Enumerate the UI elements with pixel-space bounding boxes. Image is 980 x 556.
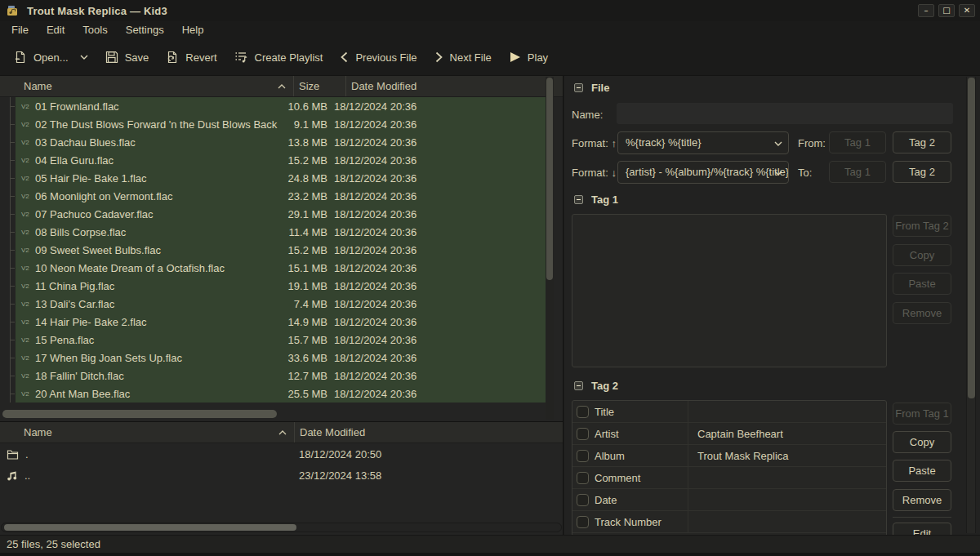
menu-item[interactable]: Help (173, 21, 213, 39)
directory-row-current[interactable]: . 18/12/2024 20:50 (0, 443, 563, 465)
field-value[interactable]: Captain Beefheart (688, 428, 886, 440)
field-checkbox[interactable] (577, 472, 589, 484)
open-dropdown-chevron-icon[interactable] (80, 55, 88, 60)
tag2-fields-table: Title Artist Captain Beefheart Albu (572, 400, 887, 535)
file-size: 9.1 MB (278, 118, 330, 131)
previous-file-button[interactable]: Previous File (340, 51, 416, 64)
open-button[interactable]: Open... (14, 51, 88, 64)
field-checkbox[interactable] (577, 516, 589, 528)
filename-from-tag2-button[interactable]: Tag 2 (893, 131, 951, 153)
file-row[interactable]: V2 05 Hair Pie- Bake 1.flac 24.8 MB 18/1… (0, 169, 554, 187)
format-to-value: {artist} - %{album}/%{track} %{title} (626, 166, 789, 178)
tag1-paste-button[interactable]: Paste (893, 273, 951, 295)
file-row[interactable]: V2 08 Bills Corpse.flac 11.4 MB 18/12/20… (0, 223, 554, 241)
file-row[interactable]: V2 11 China Pig.flac 19.1 MB 18/12/2024 … (0, 277, 554, 295)
tag2-field-row[interactable]: Track Number (572, 511, 886, 533)
tag1-section-header[interactable]: Tag 1 (574, 193, 618, 206)
file-row[interactable]: V2 18 Fallin' Ditch.flac 12.7 MB 18/12/2… (0, 367, 554, 385)
file-row[interactable]: V2 03 Dachau Blues.flac 13.8 MB 18/12/20… (0, 133, 554, 151)
scrollbar-thumb[interactable] (2, 410, 277, 418)
menu-item[interactable]: Settings (117, 21, 173, 39)
file-column-date[interactable]: Date Modified (345, 76, 563, 96)
tag2-field-row[interactable]: Album Trout Mask Replica (572, 445, 886, 467)
file-row[interactable]: V2 15 Pena.flac 15.7 MB 18/12/2024 20:36 (0, 331, 554, 349)
next-file-button[interactable]: Next File (434, 51, 492, 64)
tag1-fields-area[interactable] (572, 214, 887, 367)
file-date-modified: 18/12/2024 20:36 (330, 190, 554, 202)
file-row[interactable]: V2 13 Dali's Car.flac 7.4 MB 18/12/2024 … (0, 295, 554, 313)
tag2-section-header[interactable]: Tag 2 (574, 380, 618, 392)
tag2-from-tag1-button[interactable]: From Tag 1 (893, 403, 951, 425)
file-row[interactable]: V2 17 When Big Joan Sets Up.flac 33.6 MB… (0, 349, 554, 367)
field-checkbox[interactable] (577, 428, 589, 440)
tag2-field-row[interactable]: Comment (572, 467, 886, 489)
file-row[interactable]: V2 10 Neon Meate Dream of a Octafish.fla… (0, 259, 554, 277)
directory-row-parent[interactable]: .. 23/12/2024 13:58 (0, 465, 563, 486)
tag1-copy-button[interactable]: Copy (893, 244, 951, 266)
tag2-field-row[interactable]: Artist Captain Beefheart (572, 423, 886, 445)
filename-from-tag1-button[interactable]: Tag 1 (829, 131, 886, 153)
file-row[interactable]: V2 07 Pachuco Cadaver.flac 29.1 MB 18/12… (0, 205, 554, 223)
right-pane-vertical-scrollbar[interactable] (966, 77, 976, 533)
field-value[interactable]: Trout Mask Replica (688, 450, 886, 462)
file-row[interactable]: V2 14 Hair Pie- Bake 2.flac 14.9 MB 18/1… (0, 313, 554, 331)
next-file-button-label: Next File (450, 51, 492, 64)
close-button[interactable]: ✕ (959, 4, 975, 17)
revert-button[interactable]: Revert (166, 51, 216, 64)
tag2-field-row[interactable]: Date (572, 489, 886, 511)
file-size: 13.8 MB (278, 136, 330, 149)
scrollbar-thumb[interactable] (968, 78, 975, 398)
file-list-horizontal-scrollbar[interactable] (2, 410, 551, 418)
file-size: 24.8 MB (278, 172, 330, 185)
menu-item[interactable]: Tools (74, 21, 116, 39)
filename-to-tag1-button[interactable]: Tag 1 (829, 161, 886, 183)
file-column-name[interactable]: Name (0, 76, 293, 96)
tag2-edit-button[interactable]: Edit (893, 523, 951, 535)
tag2-remove-button[interactable]: Remove (893, 489, 951, 511)
file-row[interactable]: V2 09 Sweet Sweet Bulbs.flac 15.2 MB 18/… (0, 241, 554, 259)
file-row[interactable]: V2 20 Ant Man Bee.flac 25.5 MB 18/12/202… (0, 385, 554, 403)
filename-input[interactable] (617, 103, 953, 124)
file-row[interactable]: V2 02 The Dust Blows Forward 'n the Dust… (0, 115, 554, 133)
tag1-remove-button[interactable]: Remove (893, 302, 951, 324)
dir-column-date[interactable]: Date Modified (294, 422, 563, 443)
field-checkbox[interactable] (577, 406, 589, 418)
tag1-from-tag2-button[interactable]: From Tag 2 (893, 215, 951, 237)
revert-icon (166, 51, 179, 64)
file-date-modified: 18/12/2024 20:36 (330, 226, 554, 238)
save-button[interactable]: Save (105, 51, 149, 64)
from-label: From: (798, 137, 826, 149)
format-from-combobox[interactable]: %{track} %{title} (617, 131, 789, 154)
menu-item[interactable]: Edit (38, 21, 74, 39)
tag2-copy-button[interactable]: Copy (893, 431, 951, 453)
play-button[interactable]: Play (509, 51, 548, 64)
dir-column-name[interactable]: Name (0, 422, 294, 443)
field-checkbox[interactable] (577, 494, 589, 506)
collapse-icon[interactable] (574, 83, 583, 92)
open-file-icon (14, 51, 27, 64)
maximize-button[interactable]: □ (938, 4, 955, 17)
field-checkbox[interactable] (577, 450, 589, 462)
file-list-vertical-scrollbar[interactable] (546, 77, 554, 420)
file-row[interactable]: V2 04 Ella Guru.flac 15.2 MB 18/12/2024 … (0, 151, 554, 169)
minimize-button[interactable]: – (918, 4, 934, 17)
file-row[interactable]: V2 06 Moonlight on Vermont.flac 23.2 MB … (0, 187, 554, 205)
tag2-paste-button[interactable]: Paste (893, 460, 951, 482)
collapse-icon[interactable] (574, 195, 583, 204)
file-section-header[interactable]: File (574, 82, 609, 94)
create-playlist-button[interactable]: Create Playlist (234, 51, 323, 64)
menu-item[interactable]: File (2, 21, 38, 39)
title-bar[interactable]: Trout Mask Replica — Kid3 – □ ✕ (0, 0, 980, 21)
tree-branch-decoration (0, 367, 16, 385)
file-column-size[interactable]: Size (293, 76, 345, 96)
file-name: 06 Moonlight on Vermont.flac (35, 190, 278, 202)
file-row[interactable]: V2 01 Frownland.flac 10.6 MB 18/12/2024 … (0, 97, 554, 115)
collapse-icon[interactable] (574, 381, 583, 390)
directory-list-horizontal-scrollbar[interactable] (1, 523, 562, 532)
directory-name: .. (24, 469, 30, 482)
tag2-field-row[interactable]: Title (572, 401, 886, 423)
format-to-combobox[interactable]: {artist} - %{album}/%{track} %{title} (617, 161, 789, 184)
scrollbar-thumb[interactable] (546, 78, 553, 280)
filename-to-tag2-button[interactable]: Tag 2 (893, 161, 951, 183)
scrollbar-thumb[interactable] (4, 524, 296, 531)
